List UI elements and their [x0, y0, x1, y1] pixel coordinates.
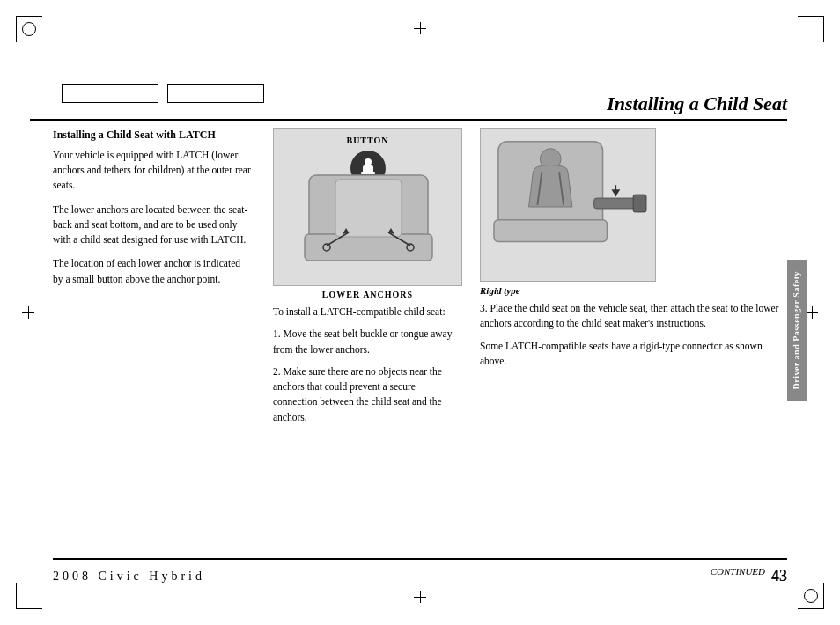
top-tab-1 — [62, 84, 158, 103]
sidebar-label: Driver and Passenger Safety — [792, 271, 802, 390]
rigid-type-label: Rigid type — [480, 285, 787, 296]
bottom-bar: 2008 Civic Hybrid 43 — [53, 558, 787, 585]
top-tabs — [62, 84, 264, 103]
corner-mark-tr — [798, 16, 824, 42]
right-column: Rigid type 3. Place the child seat on th… — [471, 128, 787, 572]
crosshair-right — [806, 306, 818, 319]
svg-rect-4 — [335, 180, 402, 237]
mid-column: BUTTON — [264, 128, 471, 572]
car-seat-diagram — [283, 171, 454, 268]
page-number: 43 — [771, 567, 787, 585]
model-label: 2008 Civic Hybrid — [53, 570, 205, 584]
left-heading: Installing a Child Seat with LATCH — [53, 128, 251, 143]
install-step1: 1. Move the seat belt buckle or tongue a… — [273, 327, 462, 357]
right-step3: 3. Place the child seat on the vehicle s… — [480, 301, 787, 332]
page-title: Installing a Child Seat — [607, 92, 787, 115]
page: Installing a Child Seat Installing a Chi… — [0, 0, 840, 625]
install-heading: To install a LATCH-compatible child seat… — [273, 305, 462, 320]
title-area: Installing a Child Seat — [607, 92, 787, 115]
svg-rect-17 — [633, 195, 646, 212]
right-note: Some LATCH-compatible seats have a rigid… — [480, 339, 787, 370]
crosshair-left — [22, 306, 34, 319]
circle-mark-tl — [22, 22, 36, 36]
left-para2: The lower anchors are located between th… — [53, 202, 251, 248]
corner-mark-bl — [16, 583, 42, 609]
button-label: BUTTON — [346, 136, 388, 145]
content-area: Installing a Child Seat with LATCH Your … — [53, 128, 787, 572]
rigid-type-image — [480, 128, 656, 282]
top-tab-2 — [167, 84, 264, 103]
left-para1: Your vehicle is equipped with LATCH (low… — [53, 148, 251, 194]
left-para3: The location of each lower anchor is ind… — [53, 256, 251, 287]
sidebar-tab: Driver and Passenger Safety — [787, 260, 807, 401]
install-step2: 2. Make sure there are no objects near t… — [273, 364, 462, 425]
svg-point-0 — [365, 158, 372, 165]
svg-rect-16 — [594, 198, 637, 209]
crosshair-top — [414, 22, 426, 34]
rigid-type-svg — [481, 129, 655, 281]
crosshair-bottom — [414, 591, 426, 603]
circle-mark-br — [804, 589, 818, 603]
lower-anchors-label: LOWER ANCHORS — [273, 290, 462, 305]
title-underline — [30, 119, 787, 121]
left-column: Installing a Child Seat with LATCH Your … — [53, 128, 264, 572]
svg-rect-20 — [494, 220, 608, 242]
car-seat-image: BUTTON — [273, 128, 462, 286]
